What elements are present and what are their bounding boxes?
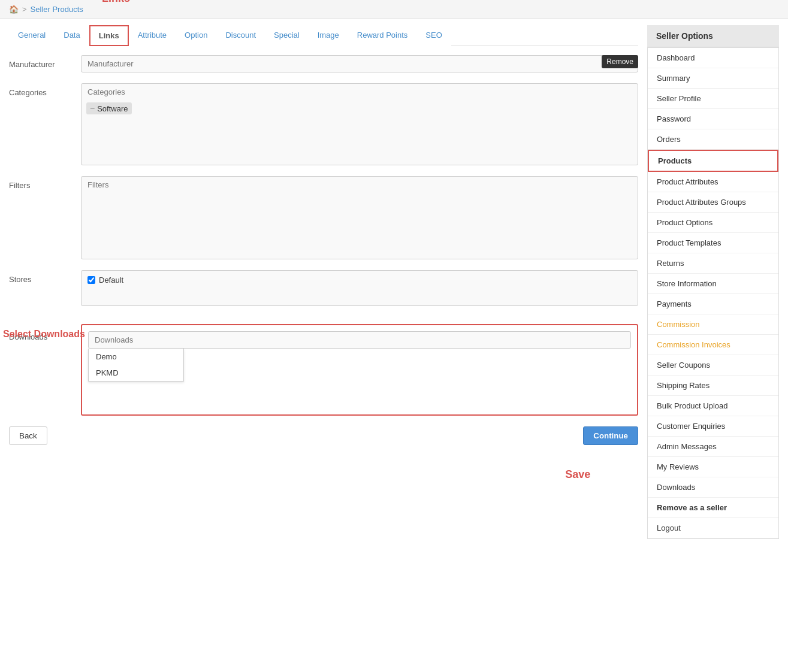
sidebar-item-seller-profile[interactable]: Seller Profile: [648, 89, 778, 109]
sidebar-item-orders[interactable]: Orders: [648, 129, 778, 150]
downloads-input[interactable]: [88, 331, 631, 349]
sidebar-item-my-reviews[interactable]: My Reviews: [648, 457, 778, 477]
tag-label: Software: [97, 104, 128, 113]
sidebar-item-product-attributes-groups[interactable]: Product Attributes Groups: [648, 192, 778, 213]
stores-default-label: Default: [99, 276, 123, 284]
categories-input[interactable]: [81, 84, 638, 100]
sidebar-item-payments[interactable]: Payments: [648, 294, 778, 314]
categories-label: Categories: [9, 83, 81, 97]
stores-default-checkbox[interactable]: [87, 276, 95, 284]
downloads-dropdown: Demo PKMD: [88, 349, 184, 382]
form-actions: Back Continue Save: [9, 426, 638, 445]
select-downloads-annotation: Select Downloads: [3, 329, 85, 340]
tab-reward-points[interactable]: Reward Points: [348, 25, 417, 46]
sidebar-item-commission[interactable]: Commission: [648, 314, 778, 335]
sidebar-item-password[interactable]: Password: [648, 109, 778, 129]
sidebar-item-commission-invoices[interactable]: Commission Invoices: [648, 335, 778, 355]
sidebar-item-product-attributes[interactable]: Product Attributes: [648, 172, 778, 192]
manufacturer-label: Manufacturer: [9, 55, 81, 69]
downloads-field: Demo PKMD: [81, 324, 638, 416]
downloads-row: Downloads Demo PKMD: [9, 324, 638, 416]
tab-data[interactable]: Data: [55, 25, 89, 46]
tab-discount[interactable]: Discount: [216, 25, 265, 46]
sidebar-item-seller-coupons[interactable]: Seller Coupons: [648, 355, 778, 376]
tab-special[interactable]: Special: [265, 25, 309, 46]
filters-input[interactable]: [81, 177, 638, 193]
category-tag-software: − Software: [86, 102, 132, 114]
filters-row: Filters: [9, 176, 638, 259]
tabs-container: General Data Links Attribute Option Disc…: [9, 25, 638, 46]
tab-general[interactable]: General: [9, 25, 55, 46]
filters-field: [81, 176, 638, 259]
tag-remove-icon[interactable]: −: [90, 104, 95, 113]
tab-image[interactable]: Image: [309, 25, 348, 46]
tab-option[interactable]: Option: [176, 25, 216, 46]
sidebar-menu: Dashboard Summary Seller Profile Passwor…: [647, 47, 779, 539]
remove-tooltip: Remove: [602, 55, 638, 68]
sidebar-item-product-options[interactable]: Product Options: [648, 213, 778, 233]
sidebar-item-store-information[interactable]: Store Information: [648, 274, 778, 294]
sidebar-item-customer-enquiries[interactable]: Customer Enquiries: [648, 416, 778, 437]
home-icon[interactable]: 🏠: [9, 5, 19, 14]
breadcrumb-link[interactable]: Seller Products: [31, 5, 83, 14]
sidebar-item-product-templates[interactable]: Product Templates: [648, 233, 778, 253]
sidebar-item-bulk-product-upload[interactable]: Bulk Product Upload: [648, 396, 778, 416]
tab-links[interactable]: Links: [89, 25, 129, 46]
sidebar-item-logout[interactable]: Logout: [648, 518, 778, 538]
sidebar-item-products[interactable]: Products: [648, 150, 778, 172]
manufacturer-input[interactable]: [81, 55, 638, 72]
stores-default-row: Default: [81, 271, 638, 289]
manufacturer-row: Manufacturer Remove: [9, 55, 638, 72]
sidebar-item-summary[interactable]: Summary: [648, 68, 778, 89]
breadcrumb-separator: >: [22, 5, 27, 14]
manufacturer-field: Remove: [81, 55, 638, 72]
sidebar-item-shipping-rates[interactable]: Shipping Rates: [648, 376, 778, 396]
categories-row: Categories − Software: [9, 83, 638, 165]
downloads-section: Demo PKMD: [81, 324, 638, 416]
sidebar: Products Seller Options Dashboard Summar…: [647, 25, 779, 539]
content-area: Links General Data Links Attribute Optio…: [9, 25, 638, 539]
downloads-input-wrapper: Demo PKMD: [88, 331, 631, 349]
tab-seo[interactable]: SEO: [416, 25, 451, 46]
downloads-item-pkmd[interactable]: PKMD: [89, 365, 183, 381]
tab-attribute[interactable]: Attribute: [129, 25, 176, 46]
sidebar-item-remove-as-seller[interactable]: Remove as a seller: [648, 498, 778, 518]
save-annotation: Save: [565, 468, 590, 481]
sidebar-item-returns[interactable]: Returns: [648, 253, 778, 274]
sidebar-item-downloads[interactable]: Downloads: [648, 477, 778, 498]
breadcrumb: 🏠 > Seller Products: [0, 0, 788, 19]
sidebar-item-dashboard[interactable]: Dashboard: [648, 48, 778, 68]
back-button[interactable]: Back: [9, 426, 47, 445]
continue-button[interactable]: Continue: [583, 426, 638, 445]
stores-field: Default: [81, 270, 638, 306]
categories-field: − Software: [81, 83, 638, 165]
stores-area: Default: [81, 270, 638, 306]
filters-label: Filters: [9, 176, 81, 190]
stores-label: Stores: [9, 270, 81, 284]
categories-tags: − Software: [81, 100, 638, 117]
sidebar-title: Seller Options: [647, 25, 779, 47]
sidebar-item-admin-messages[interactable]: Admin Messages: [648, 437, 778, 457]
stores-row: Stores Default: [9, 270, 638, 306]
downloads-item-demo[interactable]: Demo: [89, 349, 183, 365]
